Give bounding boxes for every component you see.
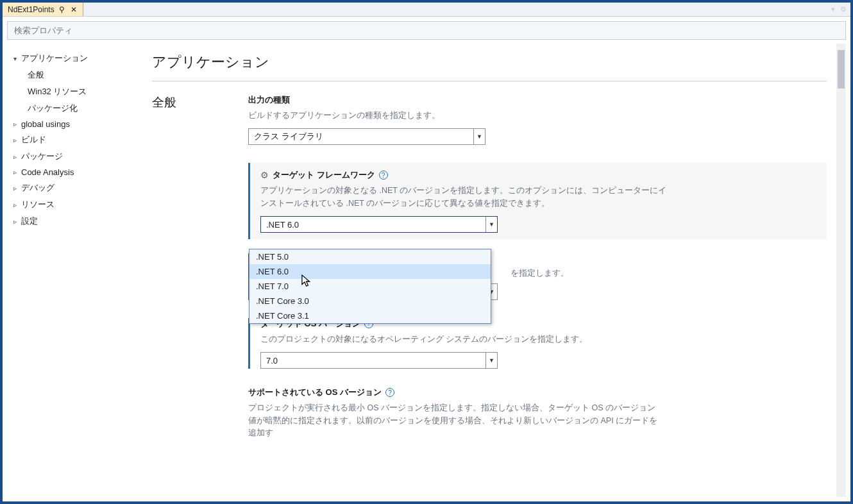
sidebar-item-label: デバッグ: [21, 182, 55, 194]
field-label-supported-os: サポートされている OS バージョン: [248, 387, 382, 398]
sidebar-item-label: ビルド: [21, 134, 46, 146]
properties-content-pane: アプリケーション 全般 出力の種類 ビルドするアプリケーションの種類を指定します…: [140, 44, 846, 497]
chevron-right-icon: ▹: [11, 121, 19, 128]
help-icon[interactable]: ?: [385, 388, 394, 397]
sidebar-item-label: Win32 リソース: [28, 86, 87, 97]
field-desc-supported-os: プロジェクトが実行される最小 OS バージョンを指定します。指定しない場合、ター…: [248, 402, 659, 439]
chevron-right-icon: ▹: [11, 169, 19, 176]
sidebar-item-code-analysis[interactable]: ▹ Code Analysis: [10, 165, 138, 180]
chevron-down-icon[interactable]: ▼: [473, 129, 485, 144]
content-scrollbar[interactable]: [836, 44, 846, 497]
dropdown-option[interactable]: .NET 7.0: [249, 279, 491, 294]
sidebar-item-win32-resources[interactable]: Win32 リソース: [10, 83, 138, 100]
combobox-value: .NET 6.0: [261, 220, 486, 230]
field-label-target-framework: ターゲット フレームワーク: [273, 169, 375, 181]
tab-overflow-icon[interactable]: ▾: [831, 5, 835, 13]
target-framework-dropdown[interactable]: .NET 5.0.NET 6.0.NET 7.0.NET Core 3.0.NE…: [249, 249, 491, 324]
chevron-down-icon: ▾: [11, 55, 19, 62]
chevron-right-icon: ▹: [11, 218, 19, 225]
sidebar-item-general[interactable]: 全般: [10, 67, 138, 83]
sidebar-item-label: 設定: [21, 215, 38, 227]
chevron-right-icon: ▹: [11, 137, 19, 144]
field-desc-output-type: ビルドするアプリケーションの種類を指定します。: [248, 110, 659, 122]
sidebar-item-build[interactable]: ▹ ビルド: [10, 131, 138, 148]
field-desc-target-framework: アプリケーションの対象となる .NET のバージョンを指定します。このオプション…: [260, 185, 671, 210]
dropdown-option[interactable]: .NET Core 3.1: [249, 308, 491, 323]
tab-settings-gear-icon[interactable]: ⚙: [840, 5, 847, 13]
field-target-framework: ⚙ ターゲット フレームワーク ? アプリケーションの対象となる .NET のバ…: [248, 163, 827, 239]
dropdown-option[interactable]: .NET 5.0: [249, 249, 491, 264]
chevron-right-icon: ▹: [11, 201, 19, 208]
sidebar-item-label: 全般: [28, 69, 44, 81]
output-type-combobox[interactable]: クラス ライブラリ ▼: [248, 128, 486, 145]
document-tab-active[interactable]: NdExt1Points ⚲ ✕: [3, 3, 83, 16]
sidebar-item-label: パッケージ: [21, 151, 63, 162]
combobox-value: 7.0: [261, 356, 486, 365]
sidebar-item-global-usings[interactable]: ▹ global usings: [10, 117, 138, 131]
sidebar-item-label: リソース: [21, 199, 55, 210]
field-desc-target-os-tail: を指定します。: [511, 267, 827, 280]
scrollbar-thumb[interactable]: [838, 50, 845, 88]
search-properties-input[interactable]: [7, 21, 846, 40]
sidebar-item-label: パッケージ化: [28, 103, 78, 114]
sidebar-item-packaging[interactable]: パッケージ化: [10, 100, 138, 117]
chevron-down-icon[interactable]: ▼: [486, 353, 497, 368]
sidebar-item-label: global usings: [21, 119, 70, 129]
sidebar-item-package[interactable]: ▹ パッケージ: [10, 148, 138, 165]
field-label-output-type: 出力の種類: [248, 94, 290, 106]
document-tab-bar: NdExt1Points ⚲ ✕ ▾ ⚙: [3, 3, 850, 17]
target-framework-combobox[interactable]: .NET 6.0 ▼: [260, 216, 498, 233]
close-icon[interactable]: ✕: [70, 5, 78, 14]
combobox-value: クラス ライブラリ: [249, 131, 473, 142]
sidebar-item-resources[interactable]: ▹ リソース: [10, 196, 138, 213]
gear-icon: ⚙: [260, 170, 269, 180]
sidebar-item-label: Code Analysis: [21, 167, 74, 177]
chevron-right-icon: ▹: [11, 153, 19, 160]
field-supported-os-version: サポートされている OS バージョン ? プロジェクトが実行される最小 OS バ…: [248, 387, 827, 439]
field-target-os-version: ターゲット OS バージョン ? このプロジェクトの対象になるオペレーティング …: [248, 318, 827, 369]
sidebar-item-settings[interactable]: ▹ 設定: [10, 213, 138, 230]
page-title: アプリケーション: [152, 46, 827, 81]
tab-title: NdExt1Points: [8, 5, 55, 14]
chevron-down-icon[interactable]: ▼: [486, 217, 497, 232]
chevron-right-icon: ▹: [11, 185, 19, 192]
sidebar-item-label: アプリケーション: [21, 53, 88, 64]
section-general-title: 全般: [152, 94, 248, 111]
sidebar-item-debug[interactable]: ▹ デバッグ: [10, 180, 138, 196]
field-desc-target-os-version: このプロジェクトの対象になるオペレーティング システムのバージョンを指定します。: [260, 333, 671, 346]
dropdown-option[interactable]: .NET Core 3.0: [249, 294, 491, 308]
help-icon[interactable]: ?: [379, 171, 388, 180]
dropdown-option[interactable]: .NET 6.0: [249, 264, 491, 279]
sidebar-item-application[interactable]: ▾ アプリケーション: [10, 50, 138, 67]
target-os-version-combobox[interactable]: 7.0 ▼: [260, 352, 498, 369]
pin-icon[interactable]: ⚲: [58, 5, 66, 14]
field-output-type: 出力の種類 ビルドするアプリケーションの種類を指定します。 クラス ライブラリ …: [248, 94, 827, 145]
properties-category-sidebar: ▾ アプリケーション 全般 Win32 リソース パッケージ化 ▹ global…: [7, 44, 140, 497]
